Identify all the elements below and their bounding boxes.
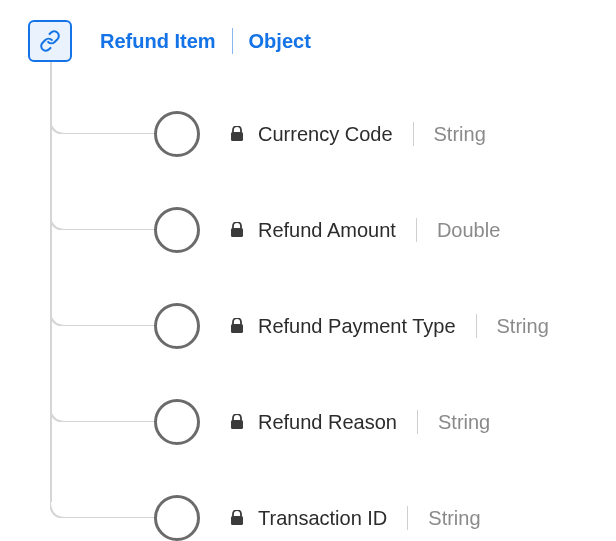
tree-connector <box>50 372 158 422</box>
separator <box>407 506 408 530</box>
schema-tree: Refund Item Object Currency Code String <box>0 0 616 541</box>
field-node-icon <box>154 207 200 253</box>
field-node-icon <box>154 111 200 157</box>
lock-icon <box>228 221 246 239</box>
svg-rect-0 <box>231 132 243 141</box>
field-content: Refund Payment Type String <box>228 314 549 338</box>
lock-icon <box>228 509 246 527</box>
field-node-icon <box>154 303 200 349</box>
field-type: String <box>428 507 480 530</box>
tree-connector <box>50 276 158 326</box>
field-content: Currency Code String <box>228 122 486 146</box>
svg-rect-2 <box>231 324 243 333</box>
field-content: Transaction ID String <box>228 506 481 530</box>
field-name: Transaction ID <box>258 507 387 530</box>
field-type: String <box>438 411 490 434</box>
field-name: Refund Reason <box>258 411 397 434</box>
field-content: Refund Reason String <box>228 410 490 434</box>
lock-icon <box>228 125 246 143</box>
field-row[interactable]: Currency Code String <box>50 86 596 182</box>
root-type: Object <box>249 30 311 53</box>
separator <box>413 122 414 146</box>
field-name: Currency Code <box>258 123 393 146</box>
lock-icon <box>228 317 246 335</box>
tree-body: Currency Code String Refund Amount Doubl… <box>28 86 596 541</box>
field-row[interactable]: Transaction ID String <box>50 470 596 541</box>
field-content: Refund Amount Double <box>228 218 500 242</box>
field-row[interactable]: Refund Payment Type String <box>50 278 596 374</box>
separator <box>476 314 477 338</box>
tree-connector <box>50 180 158 230</box>
svg-rect-1 <box>231 228 243 237</box>
separator <box>232 28 233 54</box>
field-row[interactable]: Refund Amount Double <box>50 182 596 278</box>
field-name: Refund Amount <box>258 219 396 242</box>
field-type: String <box>497 315 549 338</box>
link-icon-box <box>28 20 72 62</box>
lock-icon <box>228 413 246 431</box>
field-node-icon <box>154 495 200 541</box>
field-type: String <box>434 123 486 146</box>
svg-rect-4 <box>231 516 243 525</box>
svg-rect-3 <box>231 420 243 429</box>
tree-connector <box>50 84 158 134</box>
root-label-group: Refund Item Object <box>100 28 311 54</box>
field-node-icon <box>154 399 200 445</box>
tree-connector <box>50 468 158 518</box>
separator <box>416 218 417 242</box>
link-icon <box>39 30 61 52</box>
field-row[interactable]: Refund Reason String <box>50 374 596 470</box>
field-type: Double <box>437 219 500 242</box>
root-node[interactable]: Refund Item Object <box>28 20 596 62</box>
field-name: Refund Payment Type <box>258 315 456 338</box>
separator <box>417 410 418 434</box>
root-name: Refund Item <box>100 30 216 53</box>
